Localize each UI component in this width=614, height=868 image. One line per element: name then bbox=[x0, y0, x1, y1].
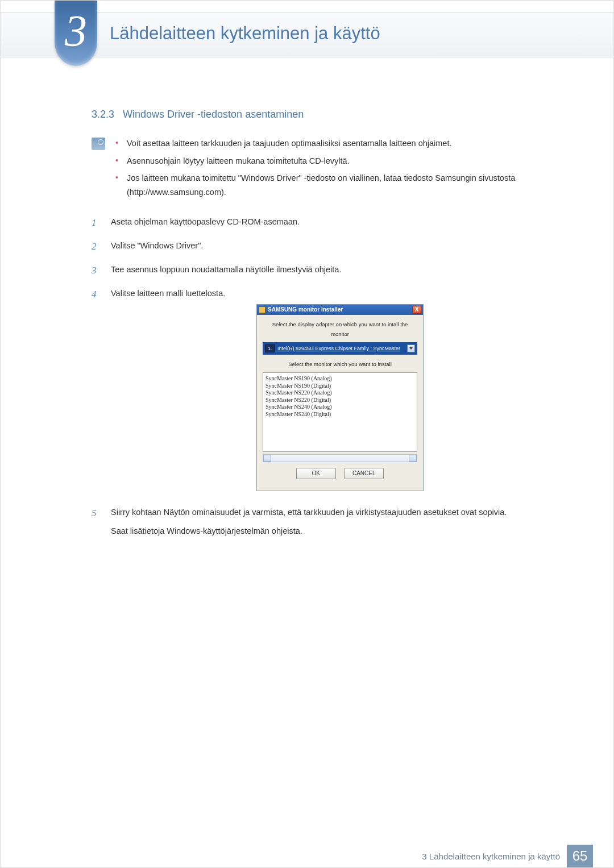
step-item: 5 Siirry kohtaan Näytön ominaisuudet ja … bbox=[92, 505, 569, 541]
step-number: 1 bbox=[92, 214, 101, 232]
section-title: Windows Driver -tiedoston asentaminen bbox=[123, 109, 304, 120]
step-text: Valitse laitteen malli luettelosta. bbox=[111, 286, 569, 301]
chapter-badge: 3 bbox=[55, 1, 97, 66]
scroll-right-icon[interactable] bbox=[409, 455, 417, 462]
step-item: 3 Tee asennus loppuun noudattamalla näyt… bbox=[92, 262, 569, 280]
note-bullet: Jos laitteen mukana toimitettu "Windows … bbox=[115, 171, 569, 199]
list-item[interactable]: SyncMaster NS220 (Analog) bbox=[265, 389, 414, 397]
note-icon bbox=[92, 138, 105, 150]
step-text: Siirry kohtaan Näytön ominaisuudet ja va… bbox=[111, 505, 569, 520]
step-list: 1 Aseta ohjelman käyttöopas­levy CD-ROM-… bbox=[92, 214, 569, 542]
list-item[interactable]: SyncMaster NS220 (Digital) bbox=[265, 397, 414, 404]
note-bullet: Voit asettaa laitteen tarkkuuden ja taaj… bbox=[115, 136, 569, 151]
adapter-select[interactable]: 1. Intel(R) 82945G Express Chipset Famil… bbox=[263, 342, 417, 355]
horizontal-scrollbar[interactable] bbox=[263, 454, 417, 462]
ok-button[interactable]: OK bbox=[296, 468, 336, 479]
adapter-index: 1. bbox=[265, 344, 275, 352]
adapter-label: Select the display adapter on which you … bbox=[263, 319, 417, 339]
page-footer: 3 Lähdelaitteen kytkeminen ja käyttö 65 bbox=[1, 845, 613, 867]
chevron-down-icon[interactable] bbox=[407, 344, 415, 352]
step-text: Aseta ohjelman käyttöopas­levy CD-ROM-as… bbox=[111, 214, 569, 229]
cancel-button[interactable]: CANCEL bbox=[344, 468, 384, 479]
step-text: Tee asennus loppuun noudattamalla näytöl… bbox=[111, 262, 569, 277]
note-block: Voit asettaa laitteen tarkkuuden ja taaj… bbox=[92, 136, 569, 203]
step-text: Valitse "Windows Driver". bbox=[111, 238, 569, 253]
list-item[interactable]: SyncMaster NS240 (Digital) bbox=[265, 411, 414, 418]
dialog-body: Select the display adapter on which you … bbox=[257, 315, 423, 491]
installer-dialog: SAMSUNG monitor installer X Select the d… bbox=[256, 304, 424, 491]
chapter-title: Lähdelaitteen kytkeminen ja käyttö bbox=[110, 23, 380, 44]
section-number: 3.2.3 bbox=[92, 109, 114, 120]
monitor-listbox[interactable]: SyncMaster NS190 (Analog) SyncMaster NS1… bbox=[263, 372, 417, 452]
list-item[interactable]: SyncMaster NS190 (Digital) bbox=[265, 383, 414, 390]
step-number: 4 bbox=[92, 286, 101, 500]
document-page: 3 Lähdelaitteen kytkeminen ja käyttö 3.2… bbox=[0, 0, 614, 868]
app-icon bbox=[259, 306, 265, 313]
chapter-number: 3 bbox=[65, 9, 87, 53]
close-icon[interactable]: X bbox=[412, 306, 421, 314]
step-number: 3 bbox=[92, 262, 101, 280]
step-number: 5 bbox=[92, 505, 101, 541]
dialog-title: SAMSUNG monitor installer bbox=[268, 305, 412, 315]
step-extra-text: Saat lisätietoja Windows-käyttöjärjestel… bbox=[111, 524, 569, 538]
dialog-button-row: OK CANCEL bbox=[263, 462, 417, 486]
step-item: 2 Valitse "Windows Driver". bbox=[92, 238, 569, 256]
monitor-label: Select the monitor which you want to ins… bbox=[263, 359, 417, 369]
dialog-titlebar: SAMSUNG monitor installer X bbox=[257, 305, 423, 315]
section-heading: 3.2.3 Windows Driver -tiedoston asentami… bbox=[92, 109, 569, 121]
page-number: 65 bbox=[567, 845, 593, 867]
note-bullet: Asennusohjain löytyy laitteen mukana toi… bbox=[115, 154, 569, 168]
adapter-text: Intel(R) 82945G Express Chipset Family :… bbox=[277, 344, 406, 353]
note-bullet-list: Voit asettaa laitteen tarkkuuden ja taaj… bbox=[115, 136, 569, 203]
footer-text: 3 Lähdelaitteen kytkeminen ja käyttö bbox=[422, 852, 560, 861]
step-number: 2 bbox=[92, 238, 101, 256]
step-item: 1 Aseta ohjelman käyttöopas­levy CD-ROM-… bbox=[92, 214, 569, 232]
list-item[interactable]: SyncMaster NS240 (Analog) bbox=[265, 404, 414, 411]
scroll-left-icon[interactable] bbox=[263, 455, 271, 462]
list-item[interactable]: SyncMaster NS190 (Analog) bbox=[265, 375, 414, 383]
main-content: 3.2.3 Windows Driver -tiedoston asentami… bbox=[92, 109, 569, 547]
step-item: 4 Valitse laitteen malli luettelosta. SA… bbox=[92, 286, 569, 500]
